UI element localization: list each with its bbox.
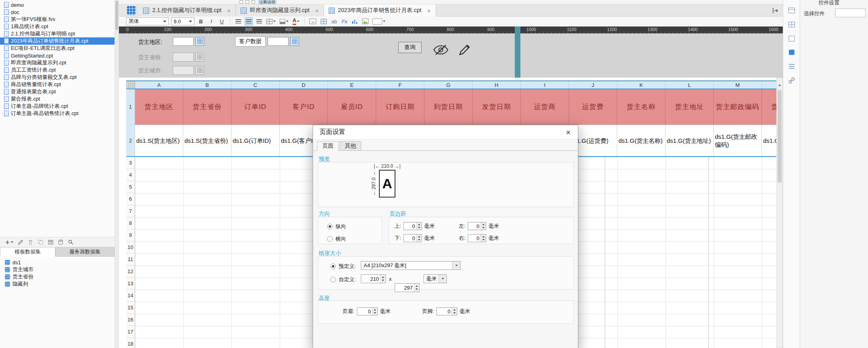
spinner-icon[interactable] [481,235,486,242]
spinner-icon[interactable] [452,308,457,315]
title-cell[interactable]: 货主邮政编码 [714,89,762,125]
scroll-up-icon[interactable] [777,82,782,88]
customer-combo-icon[interactable] [290,37,299,46]
delete-icon[interactable] [28,239,33,245]
image-icon[interactable] [361,17,369,25]
file-item[interactable]: 员工工资统计表.cpt [0,66,115,74]
title-cell[interactable]: 客户ID [280,89,328,125]
tab-template-datasets[interactable]: 模板数据集 [0,247,55,257]
title-cell[interactable]: 订单ID [231,89,280,125]
expand-panel-icon[interactable] [772,7,779,16]
spinner-icon[interactable] [416,222,422,230]
custom-height-input[interactable]: 297 [395,283,420,292]
align-left-icon[interactable] [234,17,242,25]
formula-cell[interactable]: ds1.G(订单ID) [231,125,280,157]
file-item[interactable]: 聚合报表.cpt [0,95,115,103]
spinner-icon[interactable] [481,222,486,230]
vertical-scrollbar[interactable] [776,78,783,348]
close-icon[interactable]: × [563,128,573,137]
column-header[interactable]: K [617,81,665,89]
row-header[interactable]: 8 [126,217,135,229]
row-header[interactable]: 2 [126,125,135,157]
margin-input[interactable]: 0 [403,222,422,230]
custom-width-input[interactable]: 210 [361,274,386,283]
title-cell[interactable]: 货主省份 [183,89,231,125]
landscape-radio[interactable]: 横向 [327,235,382,243]
formula-cell[interactable]: ds1.S(货主省份) [183,125,231,157]
radio-selected-icon[interactable] [330,264,336,269]
row-header[interactable]: 6 [126,193,135,205]
radio-selected-icon[interactable] [327,224,333,229]
spinner-icon[interactable] [414,284,419,292]
borders-icon[interactable] [266,17,276,25]
title-cell[interactable]: 订购日期 [376,89,424,125]
file-item[interactable]: demo [0,1,115,8]
file-item[interactable]: 2023年商品订单销售统计月表.cpt [0,37,115,45]
active-panel-icon[interactable] [787,47,796,57]
row-header[interactable]: 5 [126,181,135,193]
formula-cell[interactable]: ds1.G(货主邮政编码) [714,125,762,157]
dataset-item[interactable]: ds1 [0,259,115,266]
row-header[interactable]: 13 [126,278,135,290]
close-tab-icon[interactable]: × [427,7,431,14]
align-center-icon[interactable] [245,17,253,25]
italic-button[interactable]: I [207,17,215,25]
fill-color-icon[interactable] [279,17,289,25]
column-header[interactable]: E [328,81,376,89]
pencil-icon[interactable] [457,42,473,60]
custom-radio[interactable]: 自定义: [330,276,356,283]
copy-icon[interactable] [38,239,43,245]
table-icon[interactable] [319,17,328,25]
dataset-item[interactable]: 隐藏列 [0,280,115,288]
column-header[interactable]: D [280,81,328,89]
column-header[interactable]: M [714,81,762,89]
editor-tab[interactable]: 即席查询隐藏显示列.cpt × [236,4,324,16]
file-item[interactable]: 订单主题-商品销售统计表.cpt [0,110,115,117]
scrollbar-thumb[interactable] [778,90,782,183]
eye-slash-icon[interactable] [433,44,448,57]
title-cell[interactable]: 发货日期 [473,89,521,125]
align-right-icon[interactable] [255,17,263,25]
spinner-icon[interactable] [372,308,377,315]
underline-button[interactable]: U [218,17,226,25]
title-cell[interactable]: 货主国家 [762,89,776,125]
column-header[interactable]: N [762,81,776,89]
row-header[interactable]: 4 [126,169,135,181]
column-header[interactable]: G [424,81,473,89]
customer-input[interactable] [268,37,289,46]
row-header[interactable]: 16 [126,314,135,326]
radio-icon[interactable] [330,277,336,282]
row-header[interactable]: 3 [126,157,135,169]
spinner-icon[interactable] [416,235,422,242]
mini-grid-icon[interactable] [240,0,243,4]
title-cell[interactable]: 货主地区 [135,89,183,125]
dialog-tab-page[interactable]: 页面 [317,141,339,151]
file-item[interactable]: 第一张FVS模板.fvs [0,16,115,23]
font-color-icon[interactable]: A [292,17,300,25]
search-icon[interactable] [68,239,74,245]
column-header[interactable]: C [231,81,280,89]
annotation-label[interactable]: 注释说明 [258,0,277,4]
region-combo-icon[interactable] [195,37,204,46]
height-input[interactable]: 0 [436,307,457,315]
sidebar-scrollbar[interactable] [115,0,119,348]
row-header[interactable]: 17 [126,326,135,338]
close-tab-icon[interactable]: × [227,7,231,14]
spinner-icon[interactable] [380,275,385,283]
table-preview-icon[interactable] [48,239,53,245]
bold-button[interactable]: B [197,17,205,25]
tab-server-datasets[interactable]: 服务器数据集 [55,247,115,257]
column-header[interactable]: L [665,81,714,89]
row-header[interactable]: 9 [126,229,135,241]
file-item[interactable]: 2.1.控件隐藏与订单明细.cpt [0,30,115,37]
title-cell[interactable]: 运货商 [521,89,569,125]
height-input[interactable]: 0 [357,307,378,315]
formula-cell[interactable]: ds1.S(货主地区) [135,125,183,157]
split-layout-icon[interactable] [787,20,796,29]
region-input[interactable] [173,37,194,46]
editor-tab[interactable]: 2.1.控件隐藏与订单明细.cpt × [138,4,236,16]
customer-data-button[interactable]: 客户数据 [235,36,266,47]
portrait-radio[interactable]: 纵向 [327,223,382,230]
column-header[interactable]: I [521,81,569,89]
column-header[interactable]: H [473,81,521,89]
